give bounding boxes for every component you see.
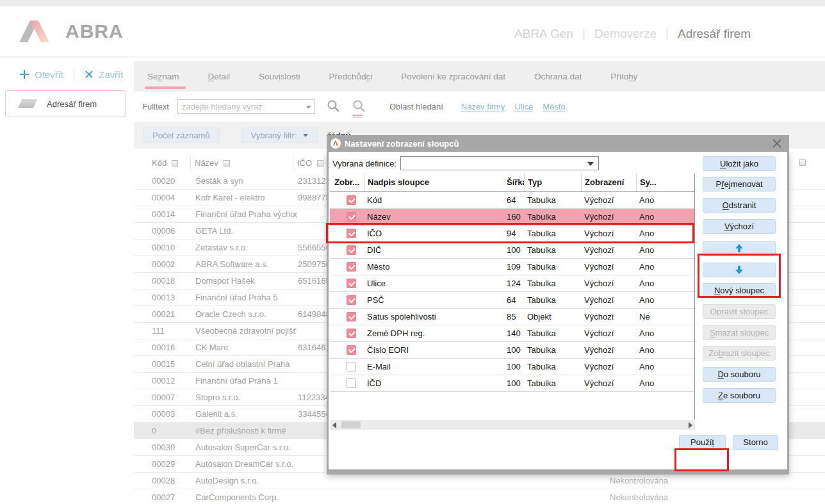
search-button[interactable] bbox=[327, 99, 341, 115]
dialog-column-header-nadpis-sloupce[interactable]: Nadpis sloupce bbox=[364, 174, 507, 191]
dialog-column-row[interactable]: Město109TabulkaVýchozíAno bbox=[330, 259, 694, 275]
zobrazit-sloupec-button[interactable]: Zobrazit sloupec bbox=[703, 346, 776, 361]
cell-name: Stopro s.r.o. bbox=[194, 389, 297, 405]
cancel-button[interactable]: Storno bbox=[733, 435, 778, 450]
prejmenovat-button[interactable]: Přejmenovat bbox=[703, 177, 776, 191]
checkbox-cell bbox=[330, 212, 364, 222]
checkbox-cell bbox=[330, 312, 364, 321]
column-header-kod[interactable]: Kód bbox=[151, 156, 194, 170]
cell-ico bbox=[297, 289, 327, 305]
definition-select[interactable] bbox=[400, 156, 599, 170]
checkbox-cell bbox=[330, 295, 364, 305]
move-up-arrow-button[interactable] bbox=[703, 241, 776, 256]
dialog-column-row[interactable]: Název160TabulkaVýchozíAno bbox=[330, 209, 694, 225]
tab-prilohy[interactable]: Přílohy bbox=[610, 72, 637, 81]
cell-display: Výchozí bbox=[581, 209, 636, 225]
scroll-right-icon[interactable] bbox=[689, 422, 692, 428]
dialog-column-header-sy[interactable]: Sy... bbox=[636, 174, 695, 191]
cell-code: 0 bbox=[151, 423, 194, 439]
apply-button[interactable]: Použít bbox=[679, 435, 726, 450]
dialog-column-row[interactable]: E-Mail100TabulkaVýchozíAno bbox=[330, 359, 694, 375]
cell-name: ABRA Software a.s. bbox=[194, 256, 297, 272]
dialog-column-row[interactable]: IČD100TabulkaVýchozíAno bbox=[330, 375, 694, 392]
dialog-column-row[interactable]: IČO94TabulkaVýchozíAno bbox=[330, 225, 694, 242]
checkbox-checked[interactable] bbox=[347, 245, 356, 255]
checkbox-checked[interactable] bbox=[347, 279, 356, 288]
search-area-link-nazev-firmy[interactable]: Název firmy bbox=[461, 102, 505, 111]
ulozit-jako-button[interactable]: Uložit jako bbox=[703, 156, 776, 171]
checkbox-checked[interactable] bbox=[347, 345, 356, 355]
column-options-icon[interactable] bbox=[224, 160, 230, 167]
scroll-left-icon[interactable] bbox=[332, 422, 336, 428]
checkbox-checked[interactable] bbox=[347, 262, 356, 272]
checkbox-unchecked[interactable] bbox=[347, 362, 356, 371]
dropdown-arrow-icon[interactable] bbox=[306, 106, 311, 109]
checkbox-checked[interactable] bbox=[347, 195, 356, 205]
search-highlight-button[interactable] bbox=[352, 99, 366, 115]
dialog-titlebar[interactable]: Nastavení zobrazení sloupců bbox=[327, 135, 789, 152]
cell-column-name: E-Mail bbox=[364, 359, 507, 375]
dialog-column-row[interactable]: PSČ64TabulkaVýchozíAno bbox=[330, 292, 694, 309]
horizontal-scrollbar[interactable] bbox=[330, 420, 695, 430]
cell-type: Tabulka bbox=[524, 209, 581, 225]
table-row[interactable]: 00028AutoDesign s.r.o.Nekontrolována bbox=[134, 473, 825, 489]
dialog-column-row[interactable]: Kód64TabulkaVýchozíAno bbox=[330, 192, 694, 209]
cell-width: 100 bbox=[507, 375, 524, 391]
ze-souboru-button[interactable]: Ze souboru bbox=[703, 388, 776, 403]
dialog-column-header-sirka[interactable]: Šířka bbox=[507, 174, 524, 191]
checkbox-checked[interactable] bbox=[347, 229, 356, 238]
tab-seznam[interactable]: Seznam bbox=[147, 72, 179, 81]
column-options-icon[interactable] bbox=[172, 160, 178, 167]
cell-name: Finanční úřad Praha východ bbox=[194, 206, 297, 222]
tab-ochrana-dat[interactable]: Ochrana dat bbox=[534, 72, 582, 81]
do-souboru-button[interactable]: Do souboru bbox=[703, 367, 776, 382]
search-area-link-mesto[interactable]: Město bbox=[543, 102, 565, 111]
checkbox-checked[interactable] bbox=[347, 295, 356, 305]
tab-predchudci[interactable]: Předchůdci bbox=[329, 72, 373, 81]
table-row[interactable]: 00027CarComponents Corp.Nekontrolována bbox=[134, 489, 825, 504]
checkbox-checked[interactable] bbox=[347, 212, 356, 222]
brand: ABRA bbox=[19, 20, 124, 42]
dialog-close-icon[interactable] bbox=[771, 138, 783, 149]
definition-label: Vybraná definice: bbox=[332, 159, 396, 168]
dialog-column-row[interactable]: Satus spolehlivosti85ObjektVýchozíNe bbox=[330, 309, 694, 325]
column-header-label: Název bbox=[195, 158, 218, 168]
record-count-button[interactable]: Počet záznamů bbox=[143, 127, 220, 143]
tab-povoleni-ke-zpracovani-dat[interactable]: Povolení ke zpracování dat bbox=[401, 72, 505, 81]
dialog-column-row[interactable]: Ulice124TabulkaVýchozíAno bbox=[330, 275, 694, 292]
close-button[interactable]: Zavřít bbox=[85, 69, 123, 80]
opravit-sloupec-button[interactable]: Opravit sloupec bbox=[703, 304, 776, 319]
open-button[interactable]: Otevřít bbox=[19, 69, 63, 80]
tab-souvislosti[interactable]: Souvislosti bbox=[259, 72, 300, 81]
vychozi-button[interactable]: Výchozí bbox=[703, 219, 776, 234]
checkbox-checked[interactable] bbox=[347, 312, 356, 321]
cell-column-name: Kód bbox=[364, 192, 507, 208]
dialog-column-row[interactable]: DIČ100TabulkaVýchozíAno bbox=[330, 242, 694, 259]
column-header-ico[interactable]: IČO bbox=[293, 156, 327, 170]
selected-filter-dropdown[interactable]: Vybraný filtr: bbox=[241, 127, 318, 143]
dialog-column-header-zobrazeni[interactable]: Zobrazení bbox=[581, 174, 636, 191]
novy-sloupec-button[interactable]: Nový sloupec bbox=[703, 283, 776, 298]
dialog-column-header-zobr[interactable]: Zobr... bbox=[330, 174, 364, 191]
cell-system: Ano bbox=[636, 209, 695, 225]
sidebar-item-adresar-firem[interactable]: Adresář firem bbox=[5, 90, 126, 117]
column-options-icon[interactable] bbox=[799, 159, 806, 166]
odstranit-button[interactable]: Odstranit bbox=[703, 198, 776, 213]
dialog-column-row[interactable]: Země DPH reg.140TabulkaVýchozíAno bbox=[330, 325, 694, 342]
cell-width: 100 bbox=[507, 242, 524, 258]
checkbox-unchecked[interactable] bbox=[347, 378, 356, 388]
cell-display: Výchozí bbox=[581, 259, 636, 275]
checkbox-checked[interactable] bbox=[347, 329, 356, 338]
scrollbar-thumb[interactable] bbox=[341, 421, 361, 428]
column-header-nazev[interactable]: Název bbox=[190, 156, 297, 170]
cell-type: Tabulka bbox=[524, 275, 581, 291]
move-down-arrow-button[interactable] bbox=[703, 263, 776, 277]
fulltext-input[interactable] bbox=[177, 99, 315, 114]
search-area-link-ulice[interactable]: Ulice bbox=[514, 102, 533, 111]
dialog-column-row[interactable]: Číslo EORI100TabulkaVýchozíAno bbox=[330, 342, 694, 359]
smazat-sloupec-button[interactable]: Smazat sloupec bbox=[703, 325, 776, 340]
tab-detail[interactable]: Detail bbox=[208, 72, 231, 81]
column-options-icon[interactable] bbox=[317, 160, 323, 167]
dialog-column-header-typ[interactable]: Typ bbox=[524, 174, 581, 191]
cell-width: 64 bbox=[507, 292, 524, 308]
